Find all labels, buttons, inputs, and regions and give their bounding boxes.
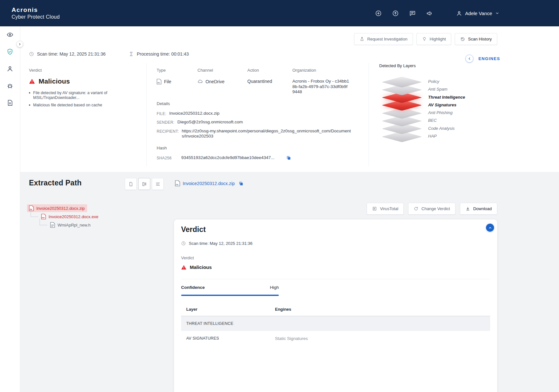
layer-cell: THREAT INTELLIGENCE	[186, 321, 275, 326]
tree-item-zip[interactable]: zip Invoice20250312.docx.zip	[27, 204, 165, 212]
action-value-text: Quarantined	[247, 79, 272, 84]
sender-label: SENDER:	[157, 120, 174, 125]
tree-item-name: Invoice20250312.docx.zip	[36, 206, 85, 211]
layer-av-signatures: AV Signatures	[379, 101, 500, 109]
processing-time: Processing time: 00:01:43	[129, 51, 189, 57]
detail-recipient-row: RECIPIENT: https://2z0ssg-my.sharepoint.…	[157, 129, 369, 139]
channel-label: Channel	[197, 68, 247, 73]
warning-icon	[29, 78, 35, 84]
verdict-label: Verdict	[29, 68, 146, 73]
confidence-bar-fill	[181, 295, 279, 296]
document-icon	[128, 182, 133, 187]
verdict-detail-card: Verdict Scan time: May 12, 2025 21:31:36…	[174, 219, 497, 392]
collapse-card-button[interactable]	[486, 224, 494, 232]
download-label: Download	[473, 206, 492, 211]
highlight-icon	[422, 37, 427, 41]
svg-text:exe: exe	[42, 217, 45, 218]
confidence-row: Confidence High	[181, 285, 279, 290]
engines-toggle[interactable]: ENGINES	[465, 55, 500, 63]
list-view-button[interactable]	[152, 178, 164, 190]
brand-name: Acronis	[12, 6, 60, 13]
layer-code-analysis: Code Analysis	[379, 125, 500, 132]
card-title: Verdict	[181, 225, 490, 234]
plus-icon[interactable]	[375, 10, 382, 17]
hash-block: Hash SHA256 934551932a62dcc2cdcfe9d97bba…	[157, 146, 369, 161]
acronis-cyber-protect-cloud-app: Acronis Cyber Protect Cloud Adele Vance	[0, 0, 559, 392]
zip-file-icon: zip	[157, 79, 161, 85]
layer-anti-phishing: Anti Phishing	[379, 109, 500, 117]
scan-summary: Verdict Malicious File detected by AV si…	[29, 63, 500, 166]
engines-back-circle[interactable]	[465, 55, 473, 63]
action-label: Action	[247, 68, 292, 73]
channel-value: OneDrive	[197, 79, 247, 84]
recipient-value: https://2z0ssg-my.sharepoint.com/persona…	[182, 129, 353, 139]
layer-label: BEC	[428, 117, 500, 124]
extracted-path-section: Extracted Path zip Invoice20250312.docx.…	[20, 172, 559, 392]
confidence-bar	[181, 295, 279, 296]
chat-icon[interactable]	[409, 10, 416, 17]
zip-file-icon: zip	[29, 205, 34, 211]
tree-item-inner: WmiApRpl_new.h	[48, 221, 93, 229]
shield-check-icon[interactable]	[6, 48, 14, 55]
layer-label: AV Signatures	[428, 101, 500, 109]
layer-label: HAP	[428, 132, 500, 140]
document-view-button[interactable]	[125, 178, 137, 190]
current-file-link[interactable]: Invoice20250312.docx.zip	[183, 181, 235, 186]
user-menu[interactable]: Adele Vance	[456, 10, 499, 16]
hourglass-icon	[129, 51, 134, 57]
monitoring-eye-icon[interactable]	[6, 31, 14, 38]
tree-item-file[interactable]: WmiApRpl_new.h	[27, 221, 165, 229]
view-toggles	[125, 178, 164, 190]
detail-file-row: FILE: Invoice20250312.docx.zip	[157, 111, 369, 116]
sender-value: DiegoS@2z0ssg.onmicrosoft.com	[177, 120, 243, 125]
engines-column-header: Engines	[275, 307, 490, 312]
attr-action: Action Quarantined	[247, 68, 292, 95]
card-verdict-line: Malicious	[181, 264, 490, 270]
brand-product-name: Cyber Protect Cloud	[12, 14, 60, 20]
scan-history-button[interactable]: Scan History	[455, 33, 497, 45]
page-actions: Request Investigation Highlight Scan His…	[354, 33, 497, 45]
megaphone-icon[interactable]	[426, 10, 433, 17]
bug-icon[interactable]	[6, 82, 14, 89]
virustotal-button[interactable]: VirusTotal	[367, 203, 404, 215]
channel-value-text: OneDrive	[206, 79, 225, 84]
layer-stack: Policy Anti Spam Threat Intelligence AV …	[379, 78, 500, 140]
sidebar-expand-button[interactable]	[17, 41, 23, 47]
organization-label: Organization	[292, 68, 369, 73]
upload-icon[interactable]	[392, 10, 399, 17]
sha256-row: SHA256 934551932a62dcc2cdcfe9d97bbae10de…	[157, 155, 369, 161]
layer-hap: HAP	[379, 132, 500, 140]
report-icon[interactable]	[6, 99, 14, 106]
layer-cell: AV SIGNATURES	[186, 336, 275, 341]
download-button[interactable]: Download	[460, 203, 497, 215]
warning-icon	[181, 265, 187, 270]
file-actions: VirusTotal Change Verdict Download	[367, 203, 497, 215]
clock-icon	[181, 241, 186, 246]
engines-cell: Static Signatures	[275, 336, 490, 341]
brand-logo[interactable]: Acronis Cyber Protect Cloud	[12, 6, 60, 20]
table-row[interactable]: THREAT INTELLIGENCE	[181, 316, 490, 331]
split-view-button[interactable]	[138, 178, 150, 190]
scan-time: Scan time: May 12, 2025 21:31:36	[29, 51, 105, 57]
engines-label: ENGINES	[478, 56, 500, 61]
highlight-button[interactable]: Highlight	[417, 33, 452, 45]
type-value: zip File	[157, 79, 197, 85]
virustotal-label: VirusTotal	[380, 206, 398, 211]
confidence-value: High	[270, 285, 279, 290]
copy-icon[interactable]	[286, 155, 291, 160]
request-investigation-button[interactable]: Request Investigation	[354, 33, 413, 45]
recipient-label: RECIPIENT:	[157, 129, 179, 134]
sha256-value: 934551932a62dcc2cdcfe9d97bbae10dee4347..…	[181, 155, 275, 161]
layer-engines-table: Layer Engines THREAT INTELLIGENCE AV SIG…	[181, 307, 490, 346]
layer-anti-spam: Anti Spam	[379, 85, 500, 93]
user-admin-icon[interactable]	[6, 65, 14, 72]
main-content: Request Investigation Highlight Scan His…	[20, 26, 559, 392]
refresh-icon	[414, 206, 418, 211]
chevron-down-icon	[495, 11, 499, 15]
copy-icon[interactable]	[238, 181, 243, 186]
layer-label: Code Analysis	[428, 125, 500, 132]
change-verdict-button[interactable]: Change Verdict	[408, 203, 455, 215]
download-icon	[465, 206, 470, 211]
table-row[interactable]: AV SIGNATURES Static Signatures	[181, 331, 490, 346]
tree-item-exe[interactable]: exe Invoice20250312.docx.exe	[27, 212, 165, 221]
